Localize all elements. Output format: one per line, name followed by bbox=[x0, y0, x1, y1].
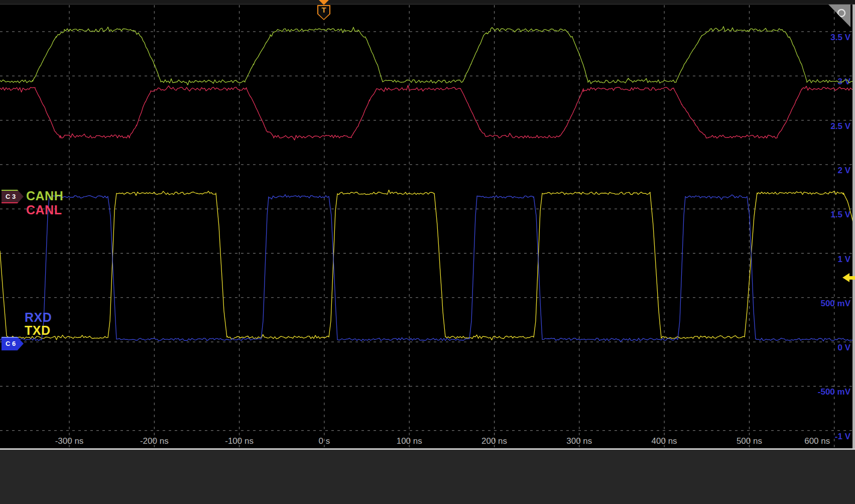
time-axis-label: 100 ns bbox=[397, 436, 422, 446]
time-axis-label: 600 ns bbox=[804, 436, 830, 446]
volt-axis-label: 2 V bbox=[837, 166, 850, 175]
canl-trace bbox=[0, 85, 855, 140]
trigger-position-tick bbox=[319, 0, 329, 5]
rxd-label: RXD bbox=[25, 310, 52, 325]
time-axis-label: -200 ns bbox=[140, 436, 169, 446]
volt-axis-label: 1.5 V bbox=[830, 210, 850, 219]
trigger-arrow-head bbox=[842, 273, 849, 282]
volt-axis-label: 500 mV bbox=[820, 299, 850, 308]
volt-axis-label: 3.5 V bbox=[830, 33, 850, 42]
volt-axis-label: 3 V bbox=[837, 77, 850, 86]
time-axis-label: 200 ns bbox=[481, 436, 507, 446]
time-axis-label: -100 ns bbox=[225, 436, 254, 446]
time-axis-label: 300 ns bbox=[566, 436, 592, 446]
volt-axis-label: 2.5 V bbox=[830, 121, 850, 131]
volt-axis-label: 0 V bbox=[837, 343, 850, 352]
time-axis-label: 0 s bbox=[319, 436, 330, 446]
rxd-trace bbox=[0, 195, 855, 342]
waveform-svg: -300 ns-200 ns-100 ns0 s100 ns200 ns300 … bbox=[0, 0, 855, 448]
time-axis-label: -300 ns bbox=[55, 436, 84, 446]
canl-label: CANL bbox=[26, 203, 62, 217]
txd-label: TXD bbox=[25, 323, 51, 338]
bottom-settings-bar: Ch 1500 mV/div1 GHzBWCh 22 V/div1 GHzBWC… bbox=[0, 450, 855, 504]
waveform-display[interactable]: -300 ns-200 ns-100 ns0 s100 ns200 ns300 … bbox=[0, 0, 855, 450]
volt-axis-label: -500 mV bbox=[818, 387, 851, 397]
trigger-arrow-tail bbox=[849, 276, 855, 280]
time-axis-label: 400 ns bbox=[652, 436, 677, 446]
trigger-marker-letter: T bbox=[317, 6, 330, 14]
volt-axis-label: -1 V bbox=[835, 432, 851, 441]
canh-label: CANH bbox=[26, 189, 63, 203]
right-edge-handle[interactable] bbox=[852, 5, 855, 448]
plot-top-strip bbox=[0, 0, 855, 5]
volt-axis-label: 1 V bbox=[837, 255, 850, 264]
txd-trace bbox=[0, 190, 855, 340]
oscilloscope-screen: -300 ns-200 ns-100 ns0 s100 ns200 ns300 … bbox=[0, 0, 855, 504]
time-axis-label: 500 ns bbox=[737, 436, 762, 446]
canh-trace bbox=[0, 27, 855, 85]
